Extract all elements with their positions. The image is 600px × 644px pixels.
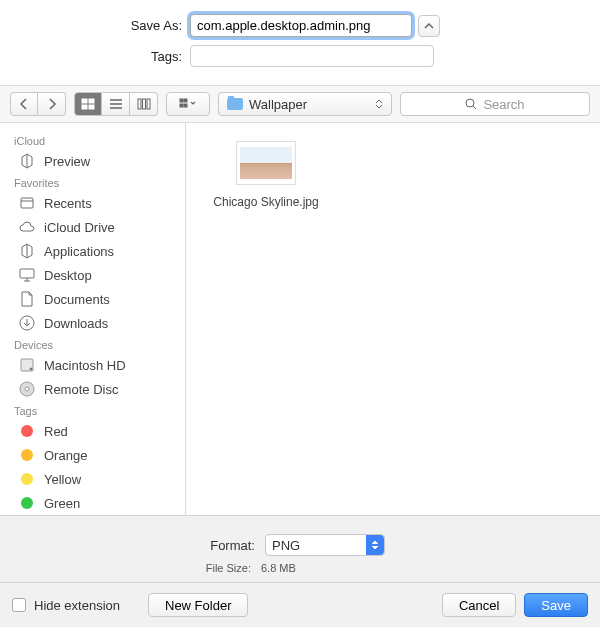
sidebar-item-label: Macintosh HD bbox=[44, 358, 126, 373]
group-by-button[interactable] bbox=[166, 92, 210, 116]
recents-icon bbox=[18, 194, 36, 212]
svg-rect-3 bbox=[89, 105, 94, 109]
tags-input[interactable] bbox=[190, 45, 434, 67]
svg-rect-8 bbox=[142, 99, 145, 109]
format-value: PNG bbox=[272, 538, 300, 553]
svg-rect-7 bbox=[138, 99, 141, 109]
downloads-icon bbox=[18, 314, 36, 332]
format-select[interactable]: PNG bbox=[265, 534, 385, 556]
sidebar-item-label: Preview bbox=[44, 154, 90, 169]
search-icon bbox=[465, 98, 477, 110]
sidebar-section-header: Favorites bbox=[0, 173, 185, 191]
sidebar-item[interactable]: Orange bbox=[0, 443, 185, 467]
chevron-right-icon bbox=[47, 98, 57, 110]
sidebar-item[interactable]: Preview bbox=[0, 149, 185, 173]
sidebar-item[interactable]: iCloud Drive bbox=[0, 215, 185, 239]
documents-icon bbox=[18, 290, 36, 308]
svg-line-15 bbox=[473, 106, 476, 109]
svg-point-27 bbox=[25, 387, 29, 391]
file-browser: iCloudPreviewFavoritesRecentsiCloud Driv… bbox=[0, 123, 600, 515]
sidebar-item-label: Green bbox=[44, 496, 80, 511]
hide-extension-checkbox[interactable] bbox=[12, 598, 26, 612]
file-thumbnail bbox=[236, 141, 296, 185]
file-name: Chicago Skyline.jpg bbox=[213, 195, 318, 209]
nav-group bbox=[10, 92, 66, 116]
sidebar-item-label: Applications bbox=[44, 244, 114, 259]
browser-toolbar: Wallpaper Search bbox=[0, 85, 600, 123]
app-icon bbox=[18, 152, 36, 170]
sidebar-item[interactable]: Recents bbox=[0, 191, 185, 215]
group-icon bbox=[179, 98, 197, 110]
column-view-button[interactable] bbox=[130, 92, 158, 116]
tag-dot-icon bbox=[18, 446, 36, 464]
svg-rect-13 bbox=[184, 104, 187, 107]
save-as-input[interactable] bbox=[190, 14, 412, 37]
chevron-left-icon bbox=[19, 98, 29, 110]
svg-rect-20 bbox=[20, 269, 34, 278]
updown-icon bbox=[375, 99, 383, 109]
format-label: Format: bbox=[45, 538, 255, 553]
desktop-icon bbox=[18, 266, 36, 284]
sidebar[interactable]: iCloudPreviewFavoritesRecentsiCloud Driv… bbox=[0, 123, 186, 515]
sidebar-item[interactable]: Desktop bbox=[0, 263, 185, 287]
filesize-value: 6.8 MB bbox=[261, 562, 296, 574]
icon-view-button[interactable] bbox=[74, 92, 102, 116]
svg-rect-9 bbox=[147, 99, 150, 109]
sidebar-item-label: iCloud Drive bbox=[44, 220, 115, 235]
svg-rect-12 bbox=[180, 104, 183, 107]
svg-rect-0 bbox=[82, 99, 87, 103]
sidebar-item-label: Recents bbox=[44, 196, 92, 211]
back-button[interactable] bbox=[10, 92, 38, 116]
sidebar-item-label: Orange bbox=[44, 448, 87, 463]
sidebar-item[interactable]: Documents bbox=[0, 287, 185, 311]
sidebar-item[interactable]: Macintosh HD bbox=[0, 353, 185, 377]
updown-icon bbox=[366, 535, 384, 555]
svg-rect-11 bbox=[184, 99, 187, 102]
new-folder-button[interactable]: New Folder bbox=[148, 593, 248, 617]
sidebar-item-label: Desktop bbox=[44, 268, 92, 283]
location-dropdown[interactable]: Wallpaper bbox=[218, 92, 392, 116]
tag-dot-icon bbox=[18, 422, 36, 440]
cloud-icon bbox=[18, 218, 36, 236]
tag-dot-icon bbox=[18, 494, 36, 512]
disc-icon bbox=[18, 380, 36, 398]
svg-rect-1 bbox=[89, 99, 94, 103]
list-icon bbox=[109, 98, 123, 110]
sidebar-item[interactable]: Green bbox=[0, 491, 185, 515]
svg-rect-10 bbox=[180, 99, 183, 102]
filesize-label: File Size: bbox=[0, 562, 251, 574]
cancel-button[interactable]: Cancel bbox=[442, 593, 516, 617]
sidebar-item[interactable]: Remote Disc bbox=[0, 377, 185, 401]
file-item[interactable]: Chicago Skyline.jpg bbox=[206, 141, 326, 209]
sidebar-item[interactable]: Downloads bbox=[0, 311, 185, 335]
sidebar-item-label: Red bbox=[44, 424, 68, 439]
location-label: Wallpaper bbox=[249, 97, 307, 112]
grid-icon bbox=[81, 98, 95, 110]
svg-point-25 bbox=[30, 368, 32, 370]
chevron-up-icon bbox=[424, 21, 434, 31]
folder-icon bbox=[227, 98, 243, 110]
file-grid[interactable]: Chicago Skyline.jpg bbox=[186, 123, 600, 515]
format-panel: Format: PNG File Size: 6.8 MB bbox=[0, 515, 600, 582]
search-field[interactable]: Search bbox=[400, 92, 590, 116]
app-icon bbox=[18, 242, 36, 260]
hide-extension-label: Hide extension bbox=[34, 598, 120, 613]
svg-rect-17 bbox=[21, 198, 33, 208]
svg-point-14 bbox=[466, 99, 474, 107]
dialog-footer: Hide extension New Folder Cancel Save bbox=[0, 582, 600, 627]
sidebar-item-label: Downloads bbox=[44, 316, 108, 331]
sidebar-section-header: iCloud bbox=[0, 131, 185, 149]
save-button[interactable]: Save bbox=[524, 593, 588, 617]
sidebar-item-label: Yellow bbox=[44, 472, 81, 487]
sidebar-item-label: Documents bbox=[44, 292, 110, 307]
sidebar-section-header: Devices bbox=[0, 335, 185, 353]
forward-button[interactable] bbox=[38, 92, 66, 116]
collapse-toggle-button[interactable] bbox=[418, 15, 440, 37]
sidebar-item[interactable]: Yellow bbox=[0, 467, 185, 491]
search-placeholder: Search bbox=[483, 97, 524, 112]
sidebar-item-label: Remote Disc bbox=[44, 382, 118, 397]
list-view-button[interactable] bbox=[102, 92, 130, 116]
sidebar-item[interactable]: Applications bbox=[0, 239, 185, 263]
save-as-header: Save As: Tags: bbox=[0, 0, 600, 85]
sidebar-item[interactable]: Red bbox=[0, 419, 185, 443]
